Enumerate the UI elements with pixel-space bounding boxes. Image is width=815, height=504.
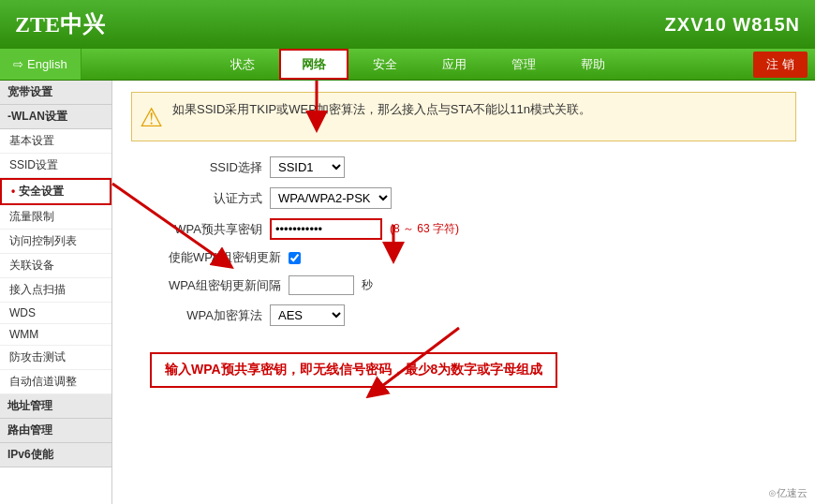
sidebar-item-basic[interactable]: 基本设置 [0,129,111,154]
sidebar-item-flow[interactable]: 流量限制 [0,205,111,230]
sidebar-item-wmm[interactable]: WMM [0,324,111,346]
sidebar-section-route: 路由管理 [0,419,111,443]
sidebar-item-acl[interactable]: 访问控制列表 [0,230,111,254]
sidebar-item-wds[interactable]: WDS [0,303,111,324]
sidebar-item-channel[interactable]: 自动信道调整 [0,370,111,394]
sidebar-item-devices[interactable]: 关联设备 [0,254,111,278]
psk-hint: (8 ～ 63 字符) [390,221,459,237]
group-update-row: 使能WPA组密钥更新 [169,249,796,266]
main-layout: 宽带设置 -WLAN设置 基本设置 SSID设置 安全设置 流量限制 访问控制列… [0,81,815,504]
group-update-checkbox[interactable] [289,252,301,264]
auth-label: 认证方式 [169,190,262,207]
psk-row: WPA预共享密钥 (8 ～ 63 字符) [169,218,796,240]
header: ZTE中兴 ZXV10 W815N [0,0,815,49]
psk-input[interactable] [270,218,382,240]
group-interval-label: WPA组密钥更新间隔 [169,277,281,294]
content-area: ⚠ 如果SSID采用TKIP或WEP加密算法，那么接入点与STA不能以11n模式… [112,81,815,504]
nav-admin[interactable]: 管理 [491,49,556,80]
warning-text: 如果SSID采用TKIP或WEP加密算法，那么接入点与STA不能以11n模式关联… [172,100,591,119]
page-wrapper: ZTE中兴 ZXV10 W815N ⇨ English 状态 网络 安全 应用 … [0,0,815,504]
sidebar-section-broadband: 宽带设置 [0,81,111,105]
lang-label: English [27,57,67,71]
sidebar: 宽带设置 -WLAN设置 基本设置 SSID设置 安全设置 流量限制 访问控制列… [0,81,112,504]
lang-switch[interactable]: ⇨ English [0,49,82,80]
warning-box: ⚠ 如果SSID采用TKIP或WEP加密算法，那么接入点与STA不能以11n模式… [131,92,796,141]
sidebar-section-address: 地址管理 [0,394,111,419]
sidebar-item-attack[interactable]: 防攻击测试 [0,346,111,370]
psk-label: WPA预共享密钥 [169,221,262,238]
encrypt-select[interactable]: AES [270,304,345,326]
ssid-row: SSID选择 SSID1 [169,156,796,178]
group-interval-row: WPA组密钥更新间隔 600 秒 [169,275,796,295]
logo: ZTE中兴 [15,9,105,39]
nav-app[interactable]: 应用 [422,49,487,80]
watermark: ⊙亿速云 [768,486,808,500]
product-name: ZXV10 W815N [665,14,800,36]
sidebar-item-ssid[interactable]: SSID设置 [0,154,111,178]
group-interval-unit: 秒 [362,277,373,293]
encrypt-row: WPA加密算法 AES [169,304,796,326]
form-section: SSID选择 SSID1 认证方式 WPA/WPA2-PSK WPA预共享密钥 [169,156,796,326]
nav-security[interactable]: 安全 [352,49,418,80]
nav-help[interactable]: 帮助 [560,49,626,80]
nav-items: 状态 网络 安全 应用 管理 帮助 [82,49,754,80]
group-update-label: 使能WPA组密钥更新 [169,249,281,266]
nav-status[interactable]: 状态 [210,49,275,80]
sidebar-section-wlan: -WLAN设置 [0,105,111,129]
navbar: ⇨ English 状态 网络 安全 应用 管理 帮助 注 销 [0,49,815,81]
sidebar-section-ipv6: IPv6使能 [0,443,111,467]
sidebar-item-scan[interactable]: 接入点扫描 [0,278,111,303]
auth-select[interactable]: WPA/WPA2-PSK [270,187,392,209]
warning-icon: ⚠ [140,102,163,133]
group-interval-input[interactable]: 600 [289,275,354,295]
ssid-select[interactable]: SSID1 [270,156,345,178]
auth-row: 认证方式 WPA/WPA2-PSK [169,187,796,209]
nav-network[interactable]: 网络 [279,49,348,80]
lang-arrow-icon: ⇨ [13,57,23,71]
ssid-label: SSID选择 [169,159,262,176]
annotation-box: 输入WPA预共享密钥，即无线信号密码，最少8为数字或字母组成 [150,352,557,388]
sidebar-item-security[interactable]: 安全设置 [0,178,111,205]
logout-button[interactable]: 注 销 [753,52,808,78]
encrypt-label: WPA加密算法 [169,307,262,324]
